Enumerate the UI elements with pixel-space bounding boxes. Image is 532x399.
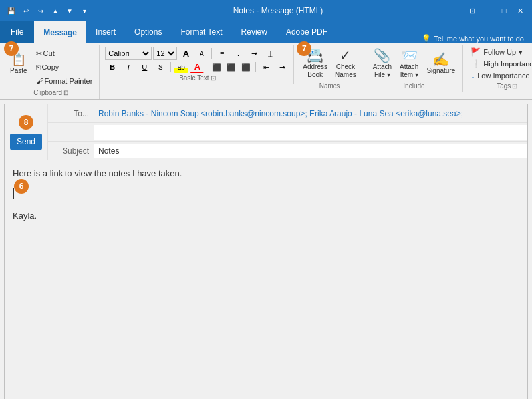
tab-format-text[interactable]: Format Text bbox=[171, 21, 231, 43]
clipboard-small-buttons: ✂ Cut ⎘ Copy 🖌 Format Painter bbox=[33, 47, 96, 88]
text-cursor bbox=[13, 188, 14, 199]
more-icon[interactable]: ▾ bbox=[78, 5, 90, 17]
cc-label[interactable] bbox=[48, 130, 94, 135]
increase-indent-button[interactable]: ⇥ bbox=[275, 61, 289, 73]
step6-badge: 6 bbox=[14, 179, 29, 194]
signature-button[interactable]: ✍ Signature bbox=[423, 47, 458, 81]
check-names-button[interactable]: ✓ CheckNames bbox=[332, 47, 360, 81]
bold-button[interactable]: B bbox=[105, 61, 120, 73]
redo-icon[interactable]: ↪ bbox=[35, 5, 47, 17]
email-headers: 8 Send To... Robin Banks - Nincom Soup <… bbox=[5, 104, 527, 160]
paste-area: 7 📋 Paste bbox=[7, 47, 31, 88]
cc-input[interactable] bbox=[94, 125, 527, 140]
cc-row bbox=[48, 123, 527, 142]
title-bar-left: 💾 ↩ ↪ ▲ ▼ ▾ bbox=[5, 5, 90, 17]
font-color-button[interactable]: A bbox=[190, 61, 204, 73]
minimize-button[interactable]: ─ bbox=[481, 4, 495, 17]
include-group: 📎 AttachFile ▾ 📨 AttachItem ▾ ✍ Signatur… bbox=[366, 45, 464, 92]
window-title: Notes - Message (HTML) bbox=[90, 6, 466, 15]
ribbon-tabs: File Message Insert Options Format Text … bbox=[0, 21, 532, 43]
tags-content: 🚩 Follow Up ▾ ❕ High Importance ↓ Low Im… bbox=[468, 47, 532, 81]
tab-adobe-pdf[interactable]: Adobe PDF bbox=[277, 21, 336, 43]
strikethrough-button[interactable]: S bbox=[153, 61, 168, 73]
email-body[interactable]: 6 Here is a link to view the notes I hav… bbox=[5, 160, 527, 399]
attach-item-button[interactable]: 📨 AttachItem ▾ bbox=[396, 47, 422, 81]
format-painter-button[interactable]: 🖌 Format Painter bbox=[33, 74, 96, 88]
tab-review[interactable]: Review bbox=[232, 21, 277, 43]
signature-icon: ✍ bbox=[432, 53, 449, 66]
font-size-select[interactable]: 12 bbox=[153, 47, 177, 60]
basic-text-group: Calibri 12 A A ≡ ⋮ ⇥ ⌶ B I U S ab bbox=[101, 45, 294, 84]
to-row: To... Robin Banks - Nincom Soup <robin.b… bbox=[48, 104, 527, 123]
subject-input[interactable] bbox=[94, 144, 527, 158]
tab-insert[interactable]: Insert bbox=[86, 21, 125, 43]
include-row: 📎 AttachFile ▾ 📨 AttachItem ▾ ✍ Signatur… bbox=[370, 47, 459, 81]
align-right-button[interactable]: ⬛ bbox=[239, 61, 253, 73]
names-row: 7 📇 AddressBook ✓ CheckNames bbox=[299, 47, 359, 81]
low-importance-button[interactable]: ↓ Low Importance bbox=[468, 70, 532, 81]
decrease-indent-button[interactable]: ⇤ bbox=[259, 61, 273, 73]
align-left-button[interactable]: ⬛ bbox=[210, 61, 223, 73]
restore-button[interactable]: ⊡ bbox=[466, 4, 479, 17]
close-button[interactable]: ✕ bbox=[513, 4, 527, 17]
tab-file[interactable]: File bbox=[0, 21, 34, 43]
maximize-button[interactable]: □ bbox=[497, 4, 511, 17]
separator3 bbox=[207, 62, 207, 72]
down-icon[interactable]: ▼ bbox=[64, 5, 76, 17]
cut-button[interactable]: ✂ Cut bbox=[33, 47, 96, 60]
font-select[interactable]: Calibri bbox=[105, 47, 152, 60]
include-label: Include bbox=[403, 82, 424, 90]
clipboard-expand-icon[interactable]: ⊡ bbox=[63, 89, 68, 96]
subject-label: Subject bbox=[48, 144, 94, 158]
follow-up-button[interactable]: 🚩 Follow Up ▾ bbox=[468, 47, 532, 57]
text-highlight-button[interactable]: ab bbox=[174, 61, 188, 73]
tab-message[interactable]: Message bbox=[34, 21, 86, 43]
font-row: Calibri 12 A A ≡ ⋮ ⇥ ⌶ bbox=[105, 47, 289, 60]
indent-button[interactable]: ⇥ bbox=[247, 47, 261, 59]
step8-badge: 8 bbox=[19, 115, 33, 130]
tell-me-bar[interactable]: 💡 Tell me what you want to do bbox=[414, 34, 532, 43]
align-center-button[interactable]: ⬛ bbox=[225, 61, 238, 73]
clipboard-row: 7 📋 Paste ✂ Cut ⎘ Copy 🖌 bbox=[7, 47, 95, 88]
italic-button[interactable]: I bbox=[121, 61, 136, 73]
tags-label: Tags ⊡ bbox=[497, 82, 517, 90]
underline-button[interactable]: U bbox=[137, 61, 152, 73]
grow-font-button[interactable]: A bbox=[178, 47, 193, 59]
low-importance-icon: ↓ bbox=[471, 71, 475, 80]
high-importance-button[interactable]: ❕ High Importance bbox=[468, 59, 532, 69]
tags-expand-icon[interactable]: ⊡ bbox=[512, 82, 517, 90]
window-controls: ⊡ ─ □ ✕ bbox=[466, 4, 527, 17]
highlight-options-button[interactable]: ⌶ bbox=[263, 47, 277, 59]
separator4 bbox=[255, 62, 256, 72]
address-book-button[interactable]: 7 📇 AddressBook bbox=[299, 47, 331, 81]
to-label[interactable]: To... bbox=[48, 106, 94, 121]
high-importance-icon: ❕ bbox=[471, 59, 481, 68]
copy-button[interactable]: ⎘ Copy bbox=[33, 61, 96, 74]
separator2 bbox=[170, 62, 171, 72]
bullets-button[interactable]: ≡ bbox=[215, 47, 229, 59]
lightbulb-icon: 💡 bbox=[422, 34, 431, 43]
clipboard-label: Clipboard ⊡ bbox=[33, 89, 68, 96]
undo-icon[interactable]: ↩ bbox=[20, 5, 32, 17]
tab-options[interactable]: Options bbox=[125, 21, 171, 43]
basic-text-expand-icon[interactable]: ⊡ bbox=[211, 74, 216, 82]
basic-text-label: Basic Text ⊡ bbox=[179, 74, 215, 82]
follow-up-dropdown-icon: ▾ bbox=[519, 48, 523, 57]
title-bar: 💾 ↩ ↪ ▲ ▼ ▾ Notes - Message (HTML) ⊡ ─ □… bbox=[0, 0, 532, 21]
attach-file-button[interactable]: 📎 AttachFile ▾ bbox=[370, 47, 395, 81]
check-names-label: CheckNames bbox=[335, 63, 356, 79]
format-painter-icon: 🖌 bbox=[36, 77, 43, 85]
send-button[interactable]: Send bbox=[10, 134, 42, 150]
to-field[interactable]: Robin Banks - Nincom Soup <robin.banks@n… bbox=[94, 106, 527, 121]
save-icon[interactable]: 💾 bbox=[5, 5, 17, 17]
up-icon[interactable]: ▲ bbox=[49, 5, 61, 17]
numbering-button[interactable]: ⋮ bbox=[231, 47, 245, 59]
body-signature: Kayla. bbox=[13, 211, 519, 221]
attach-item-icon: 📨 bbox=[401, 49, 418, 62]
step7-badge: 7 bbox=[4, 41, 19, 56]
flag-icon: 🚩 bbox=[471, 47, 481, 57]
names-group: 7 📇 AddressBook ✓ CheckNames Names bbox=[295, 45, 364, 92]
paste-button[interactable]: 7 📋 Paste bbox=[7, 47, 31, 81]
clipboard-buttons: 7 📋 Paste ✂ Cut ⎘ Copy 🖌 bbox=[7, 47, 95, 88]
shrink-font-button[interactable]: A bbox=[194, 47, 209, 59]
